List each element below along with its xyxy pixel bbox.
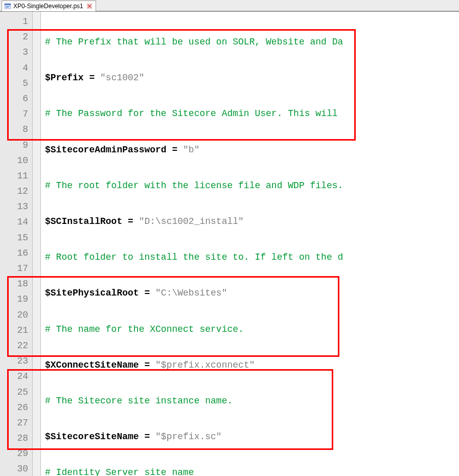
line-number: 14 xyxy=(0,214,32,230)
svg-rect-2 xyxy=(6,6,10,7)
code-editor[interactable]: 1 2 3 4 5 6 7 8 9 10 11 12 13 14 15 16 1… xyxy=(0,11,459,476)
code-line: # Root folder to install the site to. If… xyxy=(45,250,459,265)
line-number: 30 xyxy=(0,461,32,476)
svg-rect-3 xyxy=(6,7,9,8)
line-number: 13 xyxy=(0,199,32,214)
line-number: 26 xyxy=(0,400,32,415)
code-line: # The Sitecore site instance name. xyxy=(45,393,459,409)
code-line: $Prefix = "sc1002" xyxy=(45,70,459,85)
line-number: 3 xyxy=(0,44,32,60)
svg-rect-1 xyxy=(5,4,11,5)
line-number: 7 xyxy=(0,106,32,122)
line-number: 12 xyxy=(0,184,32,199)
code-line: # The name for the XConnect service. xyxy=(45,322,459,337)
tab-bar: XP0-SingleDeveloper.ps1 xyxy=(0,0,459,11)
line-number: 8 xyxy=(0,122,32,137)
line-number: 11 xyxy=(0,168,32,184)
code-line: # The Password for the Sitecore Admin Us… xyxy=(45,106,459,121)
tab-filename: XP0-SingleDeveloper.ps1 xyxy=(13,3,83,10)
line-number: 25 xyxy=(0,384,32,400)
code-line: # The root folder with the license file … xyxy=(45,178,459,193)
line-number: 2 xyxy=(0,29,32,44)
code-line: $SitecoreSiteName = "$prefix.sc" xyxy=(45,429,459,444)
file-icon xyxy=(4,3,11,10)
line-number: 21 xyxy=(0,323,32,338)
line-number: 28 xyxy=(0,430,32,446)
fold-margin xyxy=(33,12,41,476)
code-line: $SCInstallRoot = "D:\sc1002_install" xyxy=(45,214,459,229)
line-number: 15 xyxy=(0,230,32,245)
line-number: 20 xyxy=(0,307,32,323)
line-number: 19 xyxy=(0,291,32,307)
line-number: 4 xyxy=(0,60,32,76)
line-number: 16 xyxy=(0,245,32,261)
file-tab[interactable]: XP0-SingleDeveloper.ps1 xyxy=(2,1,96,11)
line-number: 1 xyxy=(0,14,32,29)
code-line: # The Prefix that will be used on SOLR, … xyxy=(45,34,459,50)
line-number: 24 xyxy=(0,369,32,384)
code-line: # Identity Server site name xyxy=(45,465,459,476)
line-number: 22 xyxy=(0,338,32,353)
line-number: 5 xyxy=(0,76,32,91)
tab-close-icon[interactable] xyxy=(86,3,93,9)
line-number: 6 xyxy=(0,91,32,106)
line-number: 17 xyxy=(0,261,32,276)
code-line: $SitePhysicalRoot = "C:\Websites" xyxy=(45,285,459,301)
line-number: 18 xyxy=(0,276,32,291)
code-area[interactable]: # The Prefix that will be used on SOLR, … xyxy=(41,12,459,476)
line-number: 29 xyxy=(0,446,32,461)
code-line: $XConnectSiteName = "$prefix.xconnect" xyxy=(45,357,459,373)
line-number: 10 xyxy=(0,153,32,168)
line-number: 9 xyxy=(0,138,32,153)
line-number: 23 xyxy=(0,353,32,369)
line-number-gutter: 1 2 3 4 5 6 7 8 9 10 11 12 13 14 15 16 1… xyxy=(0,12,33,476)
line-number: 27 xyxy=(0,415,32,430)
code-line: $SitecoreAdminPassword = "b" xyxy=(45,142,459,157)
